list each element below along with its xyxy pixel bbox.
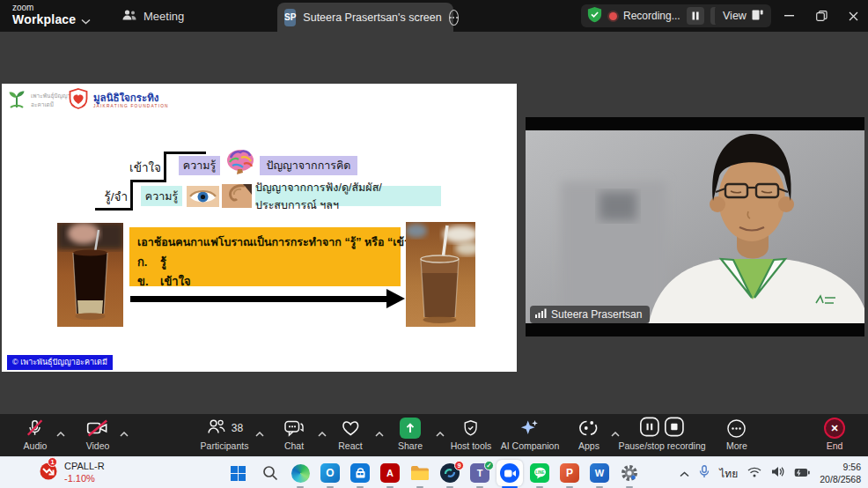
video-label: Video [86,440,110,451]
stair-line-riser-upper [164,152,166,182]
tray-chevron-up-icon[interactable] [680,465,689,481]
tray-microphone-icon[interactable] [699,465,710,482]
host-tools-label: Host tools [451,440,492,451]
audio-label: Audio [24,440,48,451]
ai-companion-label: AI Companion [501,440,560,451]
brand-zoom: zoom [12,4,76,13]
taskbar-word-icon[interactable]: W [586,460,613,486]
taskbar-powerpoint-icon[interactable]: P [556,460,583,486]
participant-name: Suteera Prasertsan [551,308,642,321]
wisdom-experience-box: ปัญญาจากการฟัง/ดู/สัมผัส/ประสบการณ์ ฯลฯ [255,186,441,206]
security-shield-icon[interactable] [586,6,603,26]
share-screen-icon [400,418,421,439]
ai-companion-button[interactable]: AI Companion [501,418,560,451]
participants-icon [206,417,227,440]
share-label: Share [398,440,423,451]
language-indicator[interactable]: ไทย [719,465,738,482]
participants-label: Participants [201,440,249,451]
video-chevron-icon[interactable] [120,425,129,440]
share-chevron-icon[interactable] [436,425,445,440]
brain-icon [224,147,257,180]
share-button[interactable]: Share [398,418,423,451]
ear-icon [222,184,252,211]
react-chevron-icon[interactable] [375,425,384,440]
meeting-toolbar: Audio Video 38 Participants Chat [0,414,868,456]
battery-icon[interactable] [794,465,810,481]
speaker-icon[interactable] [771,465,784,481]
taskbar-store-icon[interactable] [347,460,373,486]
zoom-workplace-logo: zoom Workplace [12,4,76,26]
participants-chevron-icon[interactable] [255,425,264,440]
taskbar-edge-icon[interactable] [287,460,313,486]
stirred-coffee-photo [406,222,475,327]
chat-label: Chat [284,440,304,451]
foundation-logo: มูลนิธิใจกระทิง JAIKRATING FOUNDATION [69,88,169,113]
audio-button[interactable]: Audio [24,418,48,451]
meeting-people-icon [121,8,137,25]
stair-line-top [164,152,206,154]
taskbar-teams-icon[interactable]: T ✓ [467,460,493,486]
end-meeting-icon: ✕ [824,418,845,439]
taskbar-outlook-icon[interactable]: O [317,460,343,486]
academy-name-line1: เพาะพันธุ์ปัญญา [31,92,70,100]
start-button[interactable] [224,460,251,486]
pause-recording-button[interactable] [687,7,704,25]
more-button[interactable]: More [726,418,747,451]
black-coffee-photo [57,223,123,327]
restore-button[interactable] [805,0,838,32]
taskbar-settings-icon[interactable] [616,460,643,486]
tab-shared-screen[interactable]: SP Suteera Prasertsan's screen [277,3,453,32]
chat-button[interactable]: Chat [283,418,305,451]
arrow-head [386,289,405,308]
shared-screen-tab-label: Suteera Prasertsan's screen [303,11,441,24]
stock-widget[interactable]: 1 CPALL-R -1.10% [39,461,105,484]
recording-label: Recording... [623,10,680,22]
minimize-button[interactable] [772,0,805,32]
participant-video-tile[interactable]: Suteera Prasertsan [526,117,864,336]
windows-taskbar: 1 CPALL-R -1.10% O A [0,456,868,488]
choice-b-label: ข. [137,272,160,291]
participants-button[interactable]: 38 Participants [201,418,249,451]
system-tray: ไทย 9:56 20/8/2568 [680,457,861,488]
stair-line-bottom [95,208,133,211]
heart-icon [340,418,361,439]
wifi-icon[interactable] [747,465,761,481]
view-button[interactable]: View [715,4,771,27]
title-bar: zoom Workplace Meeting SP Suteera Praser… [0,0,868,32]
taskbar-acrobat-icon[interactable]: A [377,460,403,486]
arrow-shaft [130,296,387,302]
know-remember-step-label: รู้/จำ [93,187,128,206]
host-tools-button[interactable]: Host tools [451,418,492,451]
meeting-tab-label: Meeting [143,10,184,23]
foundation-heart-shield-icon [69,88,88,113]
stop-recording-icon[interactable] [664,417,684,440]
taskbar-file-explorer-icon[interactable] [407,460,433,486]
participants-count: 38 [232,422,243,434]
chat-chevron-icon[interactable] [318,425,327,440]
choice-b-text: เข้าใจ [160,272,191,291]
pause-stop-recording-button[interactable]: Pause/stop recording [618,418,705,451]
teams-check-badge: ✓ [484,461,494,470]
stair-line-mid [130,180,166,182]
academy-name-line2: อะคาเดมี [31,100,70,109]
apps-label: Apps [578,440,600,451]
taskbar-line-icon[interactable]: LINE [526,460,553,486]
workplace-chevron-down-icon[interactable] [81,12,91,28]
search-icon[interactable] [257,460,283,486]
taskbar-clock[interactable]: 9:56 20/8/2568 [820,461,861,485]
taskbar-zoom-icon[interactable] [497,460,523,486]
shared-screen-slide: เพาะพันธุ์ปัญญา อะคาเดมี มูลนิธิใจกระทิง… [2,84,517,372]
video-button[interactable]: Video [86,418,110,451]
apps-button[interactable]: Apps [578,418,600,451]
clock-date: 20/8/2568 [820,473,861,485]
choice-a-label: ก. [137,253,160,271]
tab-options-ellipsis-icon[interactable] [449,10,459,26]
close-button[interactable] [836,0,868,32]
end-button[interactable]: ✕ End [824,418,845,451]
taskbar-webex-icon[interactable]: 9 [437,460,463,486]
tab-meeting[interactable]: Meeting [113,0,193,32]
eye-icon [187,186,219,211]
pause-recording-icon[interactable] [639,417,659,440]
react-button[interactable]: React [338,418,362,451]
audio-chevron-icon[interactable] [56,425,65,440]
